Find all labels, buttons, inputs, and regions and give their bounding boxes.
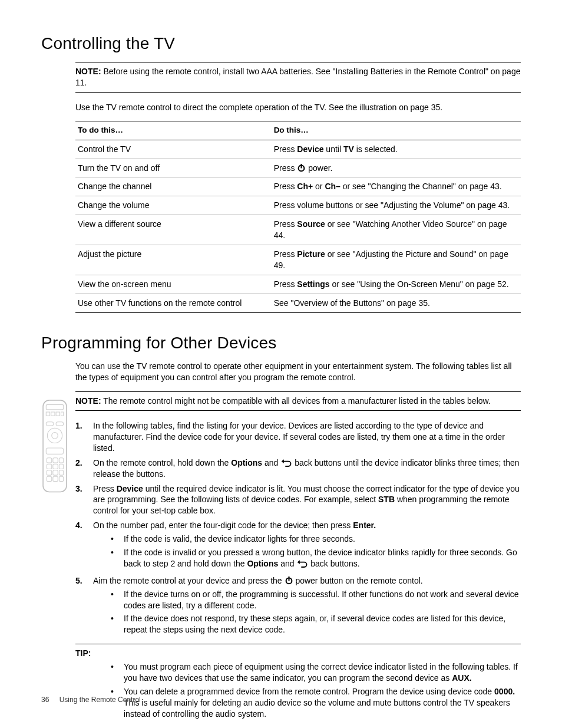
- bullet-item: If the device does not respond, try thes…: [111, 613, 521, 635]
- svg-rect-16: [53, 458, 58, 463]
- table-cell-dothis: Press power.: [272, 159, 521, 177]
- bullet-item: If the device turns on or off, the progr…: [111, 589, 521, 611]
- table-row: Change the channelPress Ch+ or Ch– or se…: [75, 177, 521, 196]
- table-cell-todo: Change the channel: [75, 177, 272, 196]
- note-label: NOTE:: [75, 67, 101, 76]
- table-cell-todo: View the on-screen menu: [75, 275, 272, 294]
- table-cell-todo: Use other TV functions on the remote con…: [75, 294, 272, 312]
- svg-rect-15: [47, 458, 51, 463]
- svg-rect-1: [301, 164, 302, 169]
- svg-rect-14: [46, 448, 63, 454]
- table-cell-todo: Control the TV: [75, 140, 272, 159]
- step-number: 5.: [75, 575, 93, 638]
- table-row: View the on-screen menuPress Settings or…: [75, 275, 521, 294]
- page-number: 36: [41, 696, 49, 704]
- tip-list: You must program each piece of equipment…: [111, 661, 521, 719]
- table-cell-dothis: Press Device until TV is selected.: [272, 140, 521, 159]
- table-cell-dothis: See "Overview of the Buttons" on page 35…: [272, 294, 521, 312]
- svg-rect-21: [47, 470, 51, 475]
- note-block: NOTE: Before using the remote control, i…: [75, 62, 521, 93]
- svg-rect-12: [46, 422, 54, 426]
- svg-rect-24: [47, 476, 51, 481]
- sub-bullet-list: If the code is valid, the device indicat…: [111, 533, 521, 569]
- step-body: On the number pad, enter the four-digit …: [93, 520, 521, 572]
- svg-rect-23: [59, 470, 63, 475]
- note-text: Before using the remote control, install…: [75, 67, 520, 87]
- table-cell-dothis: Press Settings or see "Using the On-Scre…: [272, 275, 521, 294]
- step-item: 2.On the remote control, hold down the O…: [75, 457, 521, 480]
- table-header-dothis: Do this…: [272, 121, 521, 140]
- svg-rect-5: [46, 404, 63, 409]
- svg-rect-18: [47, 464, 51, 469]
- note-label: NOTE:: [75, 396, 101, 406]
- step-item: 5.Aim the remote control at your device …: [75, 575, 521, 638]
- note-text: The remote control might not be compatib…: [103, 396, 491, 406]
- sub-bullet-list: If the device turns on or off, the progr…: [111, 589, 521, 636]
- section2-body: You can use the TV remote control to ope…: [75, 361, 521, 728]
- svg-rect-17: [59, 458, 63, 463]
- step-number: 1.: [75, 420, 93, 454]
- step-body: Aim the remote control at your device an…: [93, 575, 521, 638]
- table-cell-todo: Adjust the picture: [75, 245, 272, 275]
- table-row: Change the volumePress volume buttons or…: [75, 196, 521, 215]
- table-row: Use other TV functions on the remote con…: [75, 294, 521, 312]
- remote-control-icon: [42, 400, 67, 493]
- tip-block: TIP: You must program each piece of equi…: [75, 644, 521, 728]
- svg-rect-8: [56, 412, 59, 416]
- svg-rect-20: [59, 464, 63, 469]
- programming-intro: You can use the TV remote control to ope…: [75, 361, 521, 383]
- tv-functions-table: To do this… Do this… Control the TVPress…: [75, 121, 521, 312]
- bullet-item: If the code is valid, the device indicat…: [111, 533, 521, 545]
- page: Controlling the TV NOTE: Before using th…: [0, 0, 562, 728]
- tip-label: TIP:: [75, 648, 521, 659]
- intro-paragraph: Use the TV remote control to direct the …: [75, 102, 521, 113]
- bullet-item: If the code is invalid or you pressed a …: [111, 547, 521, 569]
- step-number: 2.: [75, 457, 93, 480]
- svg-rect-22: [53, 470, 58, 475]
- table-row: Adjust the picturePress Picture or see "…: [75, 245, 521, 275]
- steps-list: 1.In the following tables, find the list…: [75, 420, 521, 638]
- table-row: View a different sourcePress Source or s…: [75, 215, 521, 245]
- tip-item: You must program each piece of equipment…: [111, 661, 521, 684]
- svg-rect-9: [61, 412, 64, 416]
- section-title-controlling: Controlling the TV: [41, 32, 521, 55]
- power-icon: [297, 163, 306, 172]
- table-header-todo: To do this…: [75, 121, 272, 140]
- power-icon: [285, 576, 293, 585]
- footer-title: Using the Remote Control: [59, 696, 141, 704]
- table-row: Turn the TV on and offPress power.: [75, 159, 521, 177]
- back-icon: [280, 459, 292, 467]
- svg-rect-26: [59, 476, 63, 481]
- table-cell-todo: Change the volume: [75, 196, 272, 215]
- tip-item: You can delete a programmed device from …: [111, 686, 521, 720]
- note-block-2: NOTE: The remote control might not be co…: [75, 391, 521, 411]
- svg-rect-19: [53, 464, 58, 469]
- step-item: 1.In the following tables, find the list…: [75, 420, 521, 454]
- step-item: 4.On the number pad, enter the four-digi…: [75, 520, 521, 572]
- svg-rect-6: [46, 412, 49, 416]
- svg-rect-13: [56, 422, 64, 426]
- table-cell-dothis: Press Picture or see "Adjusting the Pict…: [272, 245, 521, 275]
- table-cell-todo: Turn the TV on and off: [75, 159, 272, 177]
- section-title-programming: Programming for Other Devices: [41, 332, 521, 354]
- page-footer: 36 Using the Remote Control: [41, 695, 141, 704]
- step-body: In the following tables, find the listin…: [93, 420, 521, 454]
- back-icon: [296, 560, 308, 568]
- section1-body: NOTE: Before using the remote control, i…: [75, 62, 521, 313]
- step-body: On the remote control, hold down the Opt…: [93, 457, 521, 480]
- svg-rect-3: [288, 577, 289, 581]
- step-number: 4.: [75, 520, 93, 572]
- table-cell-todo: View a different source: [75, 215, 272, 245]
- table-cell-dothis: Press volume buttons or see "Adjusting t…: [272, 196, 521, 215]
- svg-point-10: [47, 428, 62, 443]
- svg-rect-7: [51, 412, 55, 416]
- step-item: 3.Press Device until the required device…: [75, 483, 521, 517]
- step-number: 3.: [75, 483, 93, 517]
- table-row: Control the TVPress Device until TV is s…: [75, 140, 521, 159]
- table-cell-dothis: Press Ch+ or Ch– or see "Changing the Ch…: [272, 177, 521, 196]
- step-body: Press Device until the required device i…: [93, 483, 521, 517]
- svg-rect-25: [53, 476, 58, 481]
- svg-point-11: [52, 433, 58, 439]
- table-cell-dothis: Press Source or see "Watching Another Vi…: [272, 215, 521, 245]
